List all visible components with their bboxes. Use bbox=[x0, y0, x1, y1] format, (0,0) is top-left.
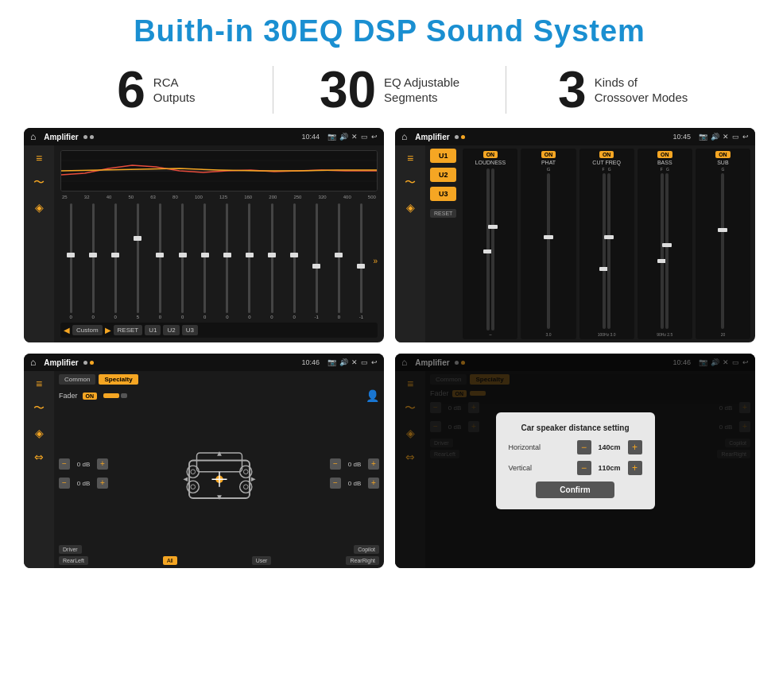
vertical-value: 110cm bbox=[595, 464, 625, 472]
db-row-tl: − 0 dB + bbox=[59, 458, 108, 470]
slider-track-5[interactable] bbox=[181, 203, 184, 313]
reset-btn-cross[interactable]: RESET bbox=[430, 209, 456, 218]
stat-number-rca: 6 bbox=[117, 64, 145, 115]
time-3: 10:46 bbox=[301, 358, 320, 366]
horizontal-plus[interactable]: + bbox=[628, 440, 642, 454]
vertical-minus[interactable]: − bbox=[577, 461, 591, 475]
slider-track-13[interactable] bbox=[360, 203, 362, 313]
wave-icon-3[interactable]: 〜 bbox=[33, 401, 45, 416]
stat-crossover: 3 Kinds ofCrossover Modes bbox=[514, 64, 731, 115]
specialty-tab-3[interactable]: Specialty bbox=[99, 374, 138, 385]
db-minus-tr[interactable]: − bbox=[330, 458, 341, 470]
all-btn[interactable]: All bbox=[163, 556, 177, 565]
person-icon-3[interactable]: 👤 bbox=[366, 389, 379, 402]
speaker-icon-1[interactable]: ◈ bbox=[35, 201, 44, 214]
wave-icon-2[interactable]: 〜 bbox=[405, 176, 416, 190]
horizontal-minus[interactable]: − bbox=[577, 440, 591, 454]
screen-content-3: ≡ 〜 ◈ ⇔ Common Specialty Fader ON 👤 bbox=[24, 371, 384, 568]
slider-track-8[interactable] bbox=[248, 203, 250, 313]
fader-label: Fader bbox=[59, 392, 78, 400]
slider-col-13: -1 bbox=[351, 202, 371, 319]
dialog-vertical-row: Vertical − 110cm + bbox=[509, 461, 642, 475]
db-minus-bl[interactable]: − bbox=[59, 478, 70, 489]
u3-btn-eq[interactable]: U3 bbox=[182, 325, 198, 335]
driver-btn[interactable]: Driver bbox=[59, 545, 82, 554]
speaker-icon-3[interactable]: ◈ bbox=[35, 427, 44, 439]
wave-icon-1[interactable]: 〜 bbox=[33, 176, 45, 190]
sub-track[interactable] bbox=[721, 173, 724, 329]
slider-track-12[interactable] bbox=[338, 203, 340, 313]
close-icon-2: ✕ bbox=[723, 133, 729, 141]
on-badge-bass: ON bbox=[657, 151, 672, 158]
u2-btn[interactable]: U2 bbox=[430, 168, 456, 182]
rearleft-btn[interactable]: RearLeft bbox=[59, 556, 88, 565]
dots-1 bbox=[83, 135, 94, 139]
rearright-btn[interactable]: RearRight bbox=[346, 556, 379, 565]
dialog-overlay: Car speaker distance setting Horizontal … bbox=[395, 354, 755, 568]
stat-number-eq: 30 bbox=[320, 64, 376, 115]
prev-arrow[interactable]: ◀ bbox=[64, 326, 70, 335]
u3-btn[interactable]: U3 bbox=[430, 187, 456, 201]
screen-fader: ⌂ Amplifier 10:46 📷 🔊 ✕ ▭ ↩ ≡ 〜 ◈ ⇔ bbox=[24, 354, 384, 568]
eq-icon-2[interactable]: ≡ bbox=[407, 152, 413, 164]
fader-slider-h[interactable] bbox=[103, 393, 119, 398]
horizontal-control: − 140cm + bbox=[577, 440, 642, 454]
u1-btn[interactable]: U1 bbox=[430, 149, 456, 163]
custom-btn[interactable]: Custom bbox=[72, 325, 103, 335]
cross-col-sub: ON SUB G 20 bbox=[696, 149, 750, 339]
expand-arrows[interactable]: » bbox=[374, 202, 378, 319]
stat-number-crossover: 3 bbox=[558, 64, 587, 115]
db-minus-br[interactable]: − bbox=[330, 478, 341, 489]
bass-track-f[interactable] bbox=[661, 173, 664, 329]
dot-2b bbox=[461, 135, 465, 139]
next-arrow[interactable]: ▶ bbox=[105, 326, 111, 335]
slider-track-1[interactable] bbox=[92, 203, 95, 313]
db-row-bl: − 0 dB + bbox=[59, 478, 108, 489]
close-icon-1: ✕ bbox=[351, 133, 358, 141]
copilot-btn[interactable]: Copilot bbox=[354, 545, 379, 554]
slider-track-2[interactable] bbox=[114, 203, 117, 313]
reset-btn-eq[interactable]: RESET bbox=[114, 325, 143, 335]
bass-track-g[interactable] bbox=[665, 173, 669, 329]
db-plus-bl[interactable]: + bbox=[97, 478, 108, 489]
u2-btn-eq[interactable]: U2 bbox=[163, 325, 179, 335]
slider-col-1: 0 bbox=[83, 202, 103, 319]
slider-track-10[interactable] bbox=[293, 203, 296, 313]
eq-icon-1[interactable]: ≡ bbox=[36, 152, 42, 164]
slider-track-9[interactable] bbox=[271, 203, 273, 313]
freq-labels: 2532 4050 6380 100125 160200 250320 4005… bbox=[60, 195, 378, 199]
phat-track[interactable] bbox=[547, 173, 550, 329]
vertical-control: − 110cm + bbox=[577, 461, 642, 475]
cross-col-cutfreq: ON CUT FREQ F G 100Hz 3.0 bbox=[579, 149, 634, 339]
common-tab-3[interactable]: Common bbox=[59, 374, 95, 385]
db-val-tl: 0 dB bbox=[72, 461, 95, 468]
slider-track-0[interactable] bbox=[70, 203, 72, 313]
slider-track-3[interactable] bbox=[137, 203, 139, 313]
loudness-track-l[interactable] bbox=[486, 168, 490, 331]
stat-divider-2 bbox=[506, 66, 506, 114]
db-plus-br[interactable]: + bbox=[368, 478, 379, 489]
confirm-button[interactable]: Confirm bbox=[536, 481, 614, 498]
horizontal-label: Horizontal bbox=[509, 443, 541, 451]
dialog-title: Car speaker distance setting bbox=[509, 423, 642, 432]
slider-track-11[interactable] bbox=[316, 203, 318, 313]
eq-icon-3[interactable]: ≡ bbox=[36, 377, 42, 390]
slider-col-5: 0 bbox=[172, 202, 193, 319]
loudness-track-r[interactable] bbox=[491, 168, 494, 331]
slider-track-4[interactable] bbox=[159, 203, 161, 313]
cross-col-phat: ON PHAT G 3.0 bbox=[521, 149, 576, 339]
cutfreq-track-f[interactable] bbox=[603, 173, 606, 329]
fader-slider-handle[interactable] bbox=[121, 393, 127, 398]
db-plus-tl[interactable]: + bbox=[97, 458, 108, 470]
u1-btn-eq[interactable]: U1 bbox=[145, 325, 161, 335]
crossover-area: ON LOUDNESS ~ ON PHAT G bbox=[463, 149, 750, 339]
arrows-icon-3[interactable]: ⇔ bbox=[34, 451, 44, 463]
speaker-icon-2[interactable]: ◈ bbox=[406, 201, 415, 214]
slider-track-6[interactable] bbox=[203, 203, 206, 313]
slider-track-7[interactable] bbox=[226, 203, 228, 313]
db-plus-tr[interactable]: + bbox=[368, 458, 379, 470]
cutfreq-track-g[interactable] bbox=[607, 173, 610, 329]
user-btn[interactable]: User bbox=[252, 556, 272, 565]
db-minus-tl[interactable]: − bbox=[59, 458, 70, 470]
vertical-plus[interactable]: + bbox=[628, 461, 642, 475]
